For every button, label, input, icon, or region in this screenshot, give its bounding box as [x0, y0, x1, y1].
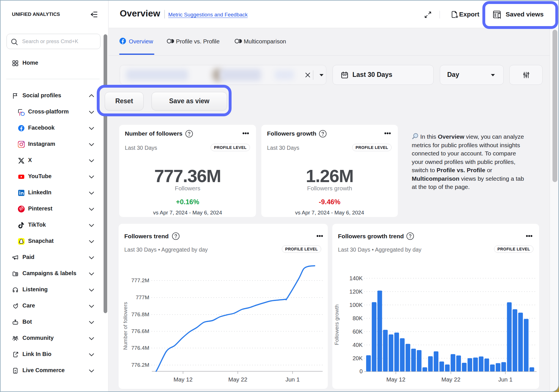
svg-text:Jun 1: Jun 1 [498, 376, 512, 383]
svg-text:40K: 40K [352, 342, 363, 348]
svg-text:776.6M: 776.6M [131, 328, 149, 334]
svg-text:100K: 100K [349, 302, 363, 308]
svg-text:Jun 1: Jun 1 [285, 376, 300, 383]
svg-text:776.2M: 776.2M [131, 362, 149, 368]
svg-text:140K: 140K [349, 275, 363, 281]
svg-text:May 12: May 12 [386, 376, 405, 383]
svg-text:777M: 777M [136, 294, 149, 300]
svg-text:May 12: May 12 [173, 376, 192, 383]
svg-text:120K: 120K [349, 288, 363, 295]
svg-text:776.4M: 776.4M [131, 345, 149, 351]
svg-text:20K: 20K [352, 355, 363, 361]
svg-text:May 22: May 22 [441, 376, 460, 383]
svg-text:776.8M: 776.8M [131, 311, 149, 317]
svg-text:777.2M: 777.2M [131, 277, 149, 283]
svg-text:Number of followers: Number of followers [122, 302, 128, 350]
svg-text:60K: 60K [352, 328, 363, 335]
svg-text:0: 0 [360, 368, 363, 374]
svg-text:80K: 80K [352, 315, 363, 321]
svg-text:May 22: May 22 [228, 376, 247, 383]
svg-text:Followers growth: Followers growth [334, 304, 340, 345]
